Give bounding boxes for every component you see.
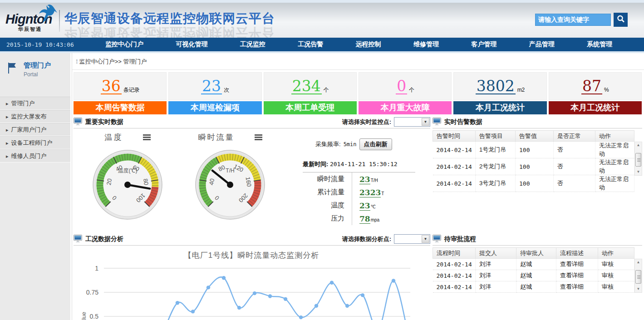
chevron-down-icon[interactable]: ▼ (422, 235, 429, 243)
approvals-section-title: 待审批流程 (444, 235, 476, 243)
nav-item[interactable]: 监控中心门户 (105, 40, 143, 49)
breadcrumb-icon: ⁞⁞ (76, 59, 77, 65)
svg-text:温度(℃): 温度(℃) (118, 167, 137, 174)
stat-card: 87 % 本月工况统计 (549, 72, 642, 114)
stat-value[interactable]: 36 (101, 79, 122, 94)
stat-card-top: 3802 m2 (453, 72, 546, 100)
scroll-down-icon[interactable]: ▼ (635, 169, 642, 175)
scroll-up-icon[interactable]: ▲ (635, 142, 642, 148)
stat-label: 本周工单受理 (264, 101, 357, 114)
logo-subtext: 华辰智通 (18, 26, 60, 33)
stat-card: 23 次 本周巡检漏项 (168, 72, 261, 114)
stat-cards-row: 36 条记录 本周告警数据 23 次 本周巡检漏项 234 (74, 72, 642, 114)
gauge-title: 温度 (105, 132, 123, 143)
main-navbar: 2015-10-19 10:43:06 监控中心门户 可视化管理 工况监控 工况… (0, 38, 644, 51)
stat-card-top: 87 % (549, 72, 642, 100)
sidebar-item[interactable]: ▸厂家用户门户 (0, 123, 70, 136)
svg-text:0.75: 0.75 (86, 289, 98, 296)
table-row[interactable]: 2014-02-14 2号龙门吊 100 否 无法正常启动 (433, 158, 634, 175)
triangle-right-icon: ▸ (6, 140, 9, 146)
stat-unit: 个 (324, 86, 329, 94)
sidebar-item[interactable]: ▸设备工程师门户 (0, 136, 70, 149)
dashboard-page: Hignton 华辰智通 华辰智通设备远程监控物联网云平台 华辰智通设备远程监控… (0, 0, 644, 320)
approvals-section-header: 待审批流程 (433, 233, 642, 246)
alarms-section-title: 实时告警数据 (444, 118, 482, 126)
flag-icon (7, 62, 16, 76)
nav-item[interactable]: 远程控制 (356, 40, 381, 49)
nav-item[interactable]: 系统管理 (587, 40, 612, 49)
stat-unit: 个 (409, 86, 414, 94)
nav-timestamp: 2015-10-19 10:43:06 (6, 41, 74, 48)
nav-item[interactable]: 工况告警 (298, 40, 323, 49)
table-row[interactable]: 2014-02-14 3号龙门吊 100 否 无法正常启动 (433, 175, 634, 192)
svg-text:80: 80 (142, 178, 150, 186)
chevron-down-icon[interactable]: ▼ (422, 118, 429, 126)
stat-value[interactable]: 23 (201, 79, 222, 94)
nav-item[interactable]: 客户管理 (471, 40, 497, 49)
monitor-icon (74, 235, 82, 244)
stat-value[interactable]: 234 (291, 79, 322, 94)
table-row[interactable]: 2014-02-14 刘洋 赵城 查看详细 审核 (433, 270, 634, 281)
reading-value: 78mpa (352, 214, 379, 223)
realtime-section-header: 重要实时数据 请选择实时监控点: ▼ (74, 116, 430, 128)
stat-unit: % (604, 87, 609, 93)
reading-row: 瞬时流量 23T/H (303, 172, 415, 186)
stat-value[interactable]: 87 (581, 79, 602, 94)
chart-title: 【电厂1号线】瞬时流量动态监测分析 (72, 250, 431, 261)
nav-item[interactable]: 可视化管理 (176, 40, 207, 49)
alarms-column-header: 动作 (595, 131, 634, 142)
stat-value[interactable]: 0 (396, 79, 407, 94)
stat-label: 本月重大故障 (359, 101, 452, 114)
refresh-button[interactable]: 点击刷新 (359, 138, 392, 150)
flow-gauge-block: 瞬时流量 04080120160200T/H (180, 131, 280, 221)
search-input[interactable] (535, 14, 611, 26)
analysis-section-header: 工况数据分析 请选择数据分析点: ▼ (74, 233, 430, 246)
sidebar-item[interactable]: ▸监控大屏发布 (0, 110, 70, 123)
monitor-icon (433, 118, 441, 127)
stat-label: 本月工况统计 (453, 101, 546, 114)
triangle-right-icon: ▸ (6, 101, 9, 106)
alarms-section-header: 实时告警数据 (433, 116, 642, 128)
alarms-column-header: 是否正常 (554, 131, 595, 142)
stat-value[interactable]: 3802 (476, 79, 516, 94)
analysis-point-select[interactable]: ▼ (394, 234, 430, 244)
nav-item[interactable]: 工况监控 (240, 40, 265, 49)
nav-item[interactable]: 维修管理 (413, 40, 439, 49)
latest-time-value: 2014-11-21 15:30:12 (330, 161, 398, 167)
menu-icon[interactable] (143, 134, 151, 140)
table-row[interactable]: 2014-02-14 刘洋 赵城 查看详细 审核 (433, 281, 634, 293)
sidebar-header: 管理门户 Portal (0, 53, 70, 89)
svg-text:T/H: T/H (226, 167, 234, 174)
latest-time-label: 最新时间: (303, 161, 328, 167)
svg-text:0.5: 0.5 (90, 313, 99, 320)
reading-row: 温度 23℃ (303, 199, 415, 212)
analysis-point-label: 请选择数据分析点: (342, 235, 391, 243)
scroll-down-icon[interactable]: ▼ (635, 286, 642, 292)
search-button[interactable] (614, 13, 628, 27)
sidebar-item[interactable]: ▸管理门户 (0, 97, 70, 110)
sidebar-item[interactable]: ▸维修人员门户 (0, 149, 70, 162)
monitor-icon (433, 235, 441, 244)
menu-icon[interactable] (255, 134, 262, 140)
reading-row: 压力 78mpa (303, 212, 415, 225)
alarms-table-wrap: 告警时间告警项目告警值是否正常动作 2014-02-14 1号龙门吊 100 否… (433, 130, 642, 176)
alarms-column-header: 告警时间 (433, 131, 476, 142)
scrollbar-thumb[interactable] (635, 153, 641, 167)
approvals-scrollbar[interactable]: ▲ ▼ (634, 259, 642, 293)
gauge-title: 瞬时流量 (198, 132, 235, 143)
monitor-point-select[interactable]: ▼ (394, 117, 430, 127)
scrollbar-thumb[interactable] (635, 270, 641, 284)
alarms-scrollbar[interactable]: ▲ ▼ (634, 142, 642, 176)
stat-label: 本周告警数据 (74, 101, 167, 114)
nav-item[interactable]: 产品管理 (529, 40, 555, 49)
table-row[interactable]: 2014-02-14 1号龙门吊 100 否 无法正常启动 (433, 142, 634, 158)
stat-card: 3802 m2 本月工况统计 (453, 72, 546, 114)
approvals-column-header: 提交人 (476, 248, 516, 259)
deer-logo-icon (34, 4, 57, 25)
table-row[interactable]: 2014-02-14 刘洋 赵城 查看详细 审核 (433, 259, 634, 270)
monitor-point-label: 请选择实时监控点: (342, 118, 391, 126)
header-divider (59, 10, 60, 32)
sidebar: 管理门户 Portal ▸管理门户 ▸监控大屏发布 ▸厂家用户门户 ▸设备工程师… (0, 53, 70, 320)
stat-label: 本周巡检漏项 (168, 101, 261, 114)
scroll-up-icon[interactable]: ▲ (635, 259, 642, 266)
